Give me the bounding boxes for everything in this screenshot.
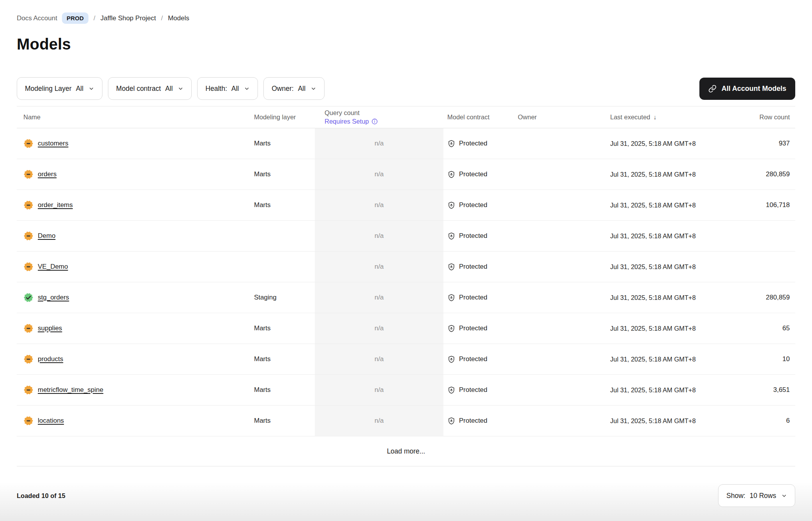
model-contract-label: Protected — [459, 263, 487, 271]
show-rows-value: 10 Rows — [750, 492, 776, 500]
shield-lock-icon — [447, 140, 455, 148]
name-cell: locations — [17, 406, 253, 436]
chevron-down-icon — [178, 86, 184, 92]
shield-lock-icon — [447, 324, 455, 333]
model-name-link[interactable]: metricflow_time_spine — [38, 386, 103, 394]
model-contract-label: Protected — [459, 140, 487, 147]
query-count-cell: n/a — [315, 375, 443, 405]
model-name-link[interactable]: stg_orders — [38, 294, 69, 301]
table-row: stg_orders Staging n/a Protected Jul 31,… — [17, 282, 795, 313]
breadcrumb-project-link[interactable]: Jaffle Shop Project — [101, 14, 156, 22]
query-count-cell: n/a — [315, 128, 443, 159]
model-name-link[interactable]: supplies — [38, 324, 62, 332]
model-name-link[interactable]: VE_Demo — [38, 263, 68, 271]
table-row: orders Marts n/a Protected Jul 31, 2025,… — [17, 159, 795, 190]
models-page: Docs Account PROD / Jaffle Shop Project … — [0, 0, 812, 507]
model-contract-label: Protected — [459, 324, 487, 332]
model-contract-cell: Protected — [443, 282, 514, 313]
health-status-icon — [23, 262, 34, 272]
shield-lock-icon — [447, 201, 455, 209]
owner-cell — [514, 406, 608, 436]
filter-label: Modeling Layer — [25, 85, 72, 93]
model-contract-label: Protected — [459, 170, 487, 178]
filter-modeling-layer[interactable]: Modeling Layer All — [17, 77, 102, 100]
all-account-models-button[interactable]: All Account Models — [699, 78, 795, 100]
shield-lock-icon — [447, 386, 455, 394]
health-status-icon — [23, 354, 34, 364]
breadcrumb-separator: / — [93, 14, 96, 22]
last-executed-cell: Jul 31, 2025, 5:18 AM GMT+8 — [608, 344, 747, 374]
column-header-last-executed[interactable]: Last executed ↓ — [608, 106, 747, 128]
owner-cell — [514, 159, 608, 190]
owner-cell — [514, 252, 608, 282]
column-header-name: Name — [17, 106, 253, 128]
chevron-down-icon — [311, 86, 316, 92]
shield-lock-icon — [447, 355, 455, 363]
model-name-link[interactable]: locations — [38, 417, 64, 425]
name-cell: orders — [17, 159, 253, 190]
last-executed-cell: Jul 31, 2025, 5:18 AM GMT+8 — [608, 159, 747, 190]
last-executed-cell: Jul 31, 2025, 5:18 AM GMT+8 — [608, 190, 747, 220]
model-name-link[interactable]: products — [38, 355, 63, 363]
filter-value: All — [231, 85, 239, 93]
model-name-link[interactable]: order_items — [38, 201, 73, 209]
table-row: order_items Marts n/a Protected Jul 31, … — [17, 190, 795, 221]
name-cell: VE_Demo — [17, 252, 253, 282]
model-contract-cell: Protected — [443, 159, 514, 190]
table-row: VE_Demo n/a Protected Jul 31, 2025, 5:18… — [17, 252, 795, 282]
modeling-layer-cell: Marts — [253, 190, 315, 220]
name-cell: customers — [17, 128, 253, 159]
pagination-footer: Loaded 10 of 15 Show: 10 Rows — [17, 484, 795, 507]
filter-health[interactable]: Health: All — [197, 77, 258, 100]
row-count-cell: 280,859 — [747, 282, 795, 313]
last-executed-cell: Jul 31, 2025, 5:18 AM GMT+8 — [608, 282, 747, 313]
model-contract-label: Protected — [459, 294, 487, 301]
breadcrumb-current: Models — [168, 14, 189, 22]
chevron-down-icon — [781, 493, 787, 499]
filter-model-contract[interactable]: Model contract All — [108, 77, 192, 100]
modeling-layer-cell: Staging — [253, 282, 315, 313]
query-count-cell: n/a — [315, 344, 443, 374]
toolbar: Modeling Layer All Model contract All He… — [17, 77, 795, 100]
requires-setup-link[interactable]: Requires Setup — [325, 118, 378, 125]
show-rows-dropdown[interactable]: Show: 10 Rows — [718, 484, 795, 507]
last-executed-cell: Jul 31, 2025, 5:18 AM GMT+8 — [608, 252, 747, 282]
health-status-icon — [23, 416, 34, 426]
model-contract-label: Protected — [459, 355, 487, 363]
model-name-link[interactable]: customers — [38, 140, 68, 147]
column-header-model-contract: Model contract — [443, 106, 514, 128]
shield-lock-icon — [447, 417, 455, 425]
owner-cell — [514, 221, 608, 251]
model-contract-cell: Protected — [443, 221, 514, 251]
show-rows-label: Show: — [726, 492, 745, 500]
query-count-cell: n/a — [315, 406, 443, 436]
model-contract-cell: Protected — [443, 344, 514, 374]
model-contract-cell: Protected — [443, 406, 514, 436]
info-circle-icon[interactable] — [371, 118, 378, 125]
load-more-row: Load more... — [17, 436, 795, 466]
model-name-link[interactable]: orders — [38, 170, 56, 178]
table-row: Demo n/a Protected Jul 31, 2025, 5:18 AM… — [17, 221, 795, 252]
last-executed-cell: Jul 31, 2025, 5:18 AM GMT+8 — [608, 313, 747, 344]
filter-bar: Modeling Layer All Model contract All He… — [17, 77, 325, 100]
model-name-link[interactable]: Demo — [38, 232, 55, 240]
filter-owner[interactable]: Owner: All — [263, 77, 325, 100]
row-count-cell: 10 — [747, 344, 795, 374]
breadcrumb-account-link[interactable]: Docs Account — [17, 14, 57, 22]
health-status-icon — [23, 138, 34, 149]
modeling-layer-cell: Marts — [253, 406, 315, 436]
query-count-cell: n/a — [315, 282, 443, 313]
modeling-layer-cell: Marts — [253, 159, 315, 190]
query-count-cell: n/a — [315, 159, 443, 190]
owner-cell — [514, 282, 608, 313]
modeling-layer-cell — [253, 252, 315, 282]
owner-cell — [514, 128, 608, 159]
last-executed-cell: Jul 31, 2025, 5:18 AM GMT+8 — [608, 128, 747, 159]
health-status-icon — [23, 169, 34, 179]
chevron-down-icon — [244, 86, 250, 92]
row-count-cell: 106,718 — [747, 190, 795, 220]
model-contract-cell: Protected — [443, 252, 514, 282]
load-more-button[interactable]: Load more... — [387, 447, 425, 455]
query-count-header-label: Query count — [325, 109, 360, 117]
table-row: metricflow_time_spine Marts n/a Protecte… — [17, 375, 795, 406]
